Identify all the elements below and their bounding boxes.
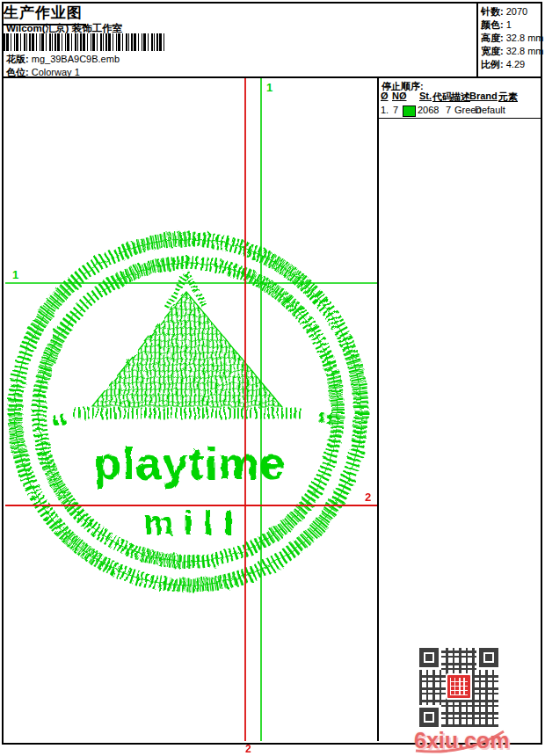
col-header-st: St. bbox=[419, 91, 432, 101]
panel-divider bbox=[377, 78, 379, 741]
logo-text-bottom: mill bbox=[143, 505, 243, 542]
end-marker-right: 2 bbox=[365, 491, 371, 504]
pattern-file-line: 花版: mg_39BA9C9B.emb bbox=[6, 53, 120, 66]
logo-text-main: playtime bbox=[94, 438, 287, 489]
qr-code bbox=[419, 648, 498, 727]
qr-finder-icon bbox=[419, 708, 439, 727]
col-header-no: Ø bbox=[381, 91, 389, 101]
stat-colors: 颜色: 1 bbox=[481, 18, 544, 32]
cell-stop-no: 1. bbox=[381, 105, 389, 115]
start-marker-left: 1 bbox=[12, 268, 18, 281]
cell-needle: 7 bbox=[393, 105, 398, 115]
col-header-needle: NØ bbox=[392, 91, 407, 101]
table-row-divider bbox=[378, 118, 541, 119]
stat-width: 宽度: 32.8 mm bbox=[481, 45, 544, 58]
production-worksheet: 生产作业图 Wilcom(汇京) 装饰工作室 花版: mg_39BA9C9B.e… bbox=[0, 0, 545, 756]
pattern-file-value: mg_39BA9C9B.emb bbox=[32, 54, 120, 64]
mountain-shape bbox=[92, 292, 281, 406]
col-header-desc: 描述 bbox=[451, 91, 470, 104]
qr-finder-icon bbox=[419, 648, 439, 667]
barcode bbox=[4, 33, 167, 51]
color-swatch bbox=[403, 105, 416, 117]
col-header-element: 元素 bbox=[498, 91, 518, 104]
watermark: 6xiu.com bbox=[412, 728, 509, 754]
cell-code: 7 bbox=[446, 105, 451, 115]
qr-center-seal bbox=[446, 673, 472, 700]
cell-brand: Default bbox=[475, 105, 505, 115]
pattern-file-label: 花版: bbox=[6, 54, 29, 64]
end-marker-bottom: 2 bbox=[245, 743, 251, 755]
quote-open: “ bbox=[49, 407, 72, 447]
stat-scale: 比例: 4.29 bbox=[481, 58, 544, 71]
embroidery-design: 1 1 “ ” playtime mill bbox=[4, 78, 377, 741]
col-header-code: 代码 bbox=[432, 91, 452, 104]
start-marker-top: 1 bbox=[266, 81, 272, 94]
stats-divider bbox=[476, 2, 478, 77]
cell-stitches: 2068 bbox=[418, 105, 439, 115]
watermark-swoosh-icon bbox=[412, 728, 509, 754]
design-stats: 针数: 2070 颜色: 1 高度: 32.8 mm 宽度: 32.8 mm 比… bbox=[481, 5, 544, 71]
col-header-brand: Brand bbox=[469, 91, 498, 101]
stat-height: 高度: 32.8 mm bbox=[481, 32, 544, 45]
qr-finder-icon bbox=[479, 648, 498, 667]
stat-stitches: 针数: 2070 bbox=[481, 5, 544, 18]
